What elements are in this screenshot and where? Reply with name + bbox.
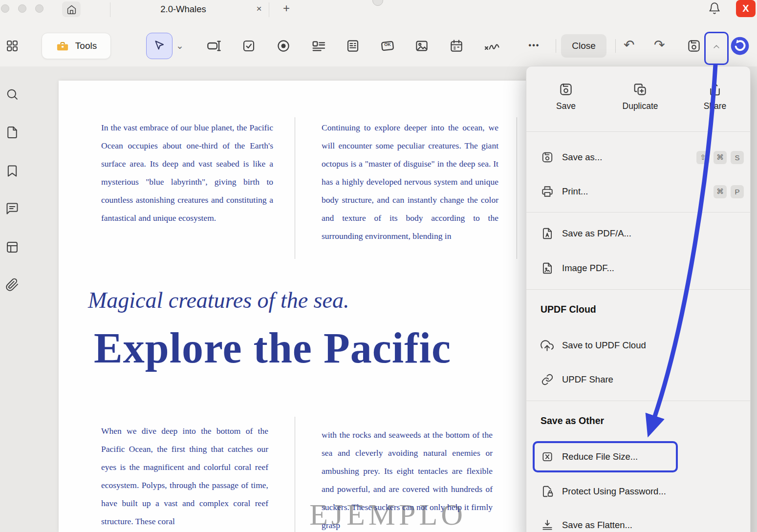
bookmark-icon bbox=[5, 164, 19, 178]
pdfa-file-icon bbox=[541, 227, 554, 240]
select-tool-chevron-icon[interactable]: ⌄ bbox=[176, 40, 184, 51]
comment-bubble-icon bbox=[5, 202, 19, 215]
menu-save-button[interactable]: Save bbox=[536, 82, 596, 111]
image-tool[interactable] bbox=[414, 38, 430, 54]
menu-item-print[interactable]: Print... ⌘ P bbox=[541, 180, 744, 203]
menu-item-label: Image PDF... bbox=[562, 263, 614, 274]
image-pdf-icon bbox=[541, 262, 554, 275]
tab-separator bbox=[110, 2, 110, 17]
key-p: P bbox=[731, 185, 744, 198]
sidebar-item-apps[interactable] bbox=[5, 39, 20, 53]
home-icon bbox=[66, 4, 77, 15]
tab-close-icon[interactable]: × bbox=[253, 3, 265, 15]
menu-duplicate-button[interactable]: Duplicate bbox=[610, 82, 670, 111]
column-divider bbox=[517, 117, 517, 259]
more-tools-button[interactable]: ••• bbox=[523, 41, 545, 50]
password-lock-icon bbox=[541, 485, 554, 498]
menu-item-label: UPDF Share bbox=[562, 374, 613, 385]
user-avatar[interactable]: X bbox=[736, 0, 756, 17]
sidebar-item-bookmarks[interactable] bbox=[5, 164, 20, 178]
close-editing-button[interactable]: Close bbox=[561, 34, 606, 58]
camera-dot bbox=[372, 0, 383, 6]
stamp-tool[interactable]: OK bbox=[380, 38, 395, 54]
date-tool[interactable] bbox=[449, 38, 464, 54]
app-window: In the vast embrace of our blue planet, … bbox=[0, 0, 757, 532]
doc-paragraph-1: In the vast embrace of our blue planet, … bbox=[101, 119, 273, 227]
save-button-toolbar[interactable] bbox=[687, 39, 701, 53]
edit-text-tool[interactable] bbox=[206, 38, 222, 54]
menu-divider bbox=[526, 289, 751, 290]
menu-item-save-as[interactable]: Save as... ⇧ ⌘ S bbox=[541, 146, 744, 169]
radio-button-icon bbox=[276, 39, 291, 53]
save-icon bbox=[687, 39, 701, 53]
updf-logo[interactable] bbox=[730, 36, 750, 58]
toolbar-separator bbox=[615, 39, 616, 53]
menu-item-label: Save as PDF/A... bbox=[562, 228, 631, 239]
radio-tool[interactable] bbox=[276, 38, 291, 54]
menu-duplicate-label: Duplicate bbox=[610, 101, 670, 111]
select-tool-button[interactable] bbox=[146, 33, 173, 59]
toolbar-separator bbox=[556, 39, 556, 53]
sidebar-item-pages[interactable] bbox=[5, 125, 20, 140]
menu-item-save-to-updf-cloud[interactable]: Save to UPDF Cloud bbox=[541, 334, 744, 357]
menu-divider bbox=[526, 131, 751, 132]
traffic-light-zoom[interactable] bbox=[35, 4, 43, 13]
chevron-up-icon bbox=[712, 42, 721, 52]
cloud-upload-icon bbox=[541, 339, 554, 352]
sidebar-item-thumbnails[interactable] bbox=[5, 240, 20, 255]
cursor-icon bbox=[153, 40, 166, 52]
signature-tool[interactable] bbox=[483, 38, 502, 54]
traffic-light-minimize[interactable] bbox=[18, 4, 26, 13]
search-icon bbox=[5, 87, 19, 101]
tab-separator bbox=[269, 2, 269, 17]
save-as-icon bbox=[541, 151, 554, 164]
bell-icon bbox=[708, 2, 721, 15]
menu-item-updf-share[interactable]: UPDF Share bbox=[541, 368, 744, 391]
menu-item-save-as-pdfa[interactable]: Save as PDF/A... bbox=[541, 222, 744, 245]
title-and-toolbar: 2.0-Whales × + X Tools ⌄ bbox=[0, 0, 757, 66]
printer-icon bbox=[541, 185, 554, 198]
doc-paragraph-4: with the rocks and seaweeds at the botto… bbox=[322, 426, 493, 532]
save-options-expand-button[interactable] bbox=[708, 36, 725, 58]
new-tab-button[interactable]: + bbox=[280, 1, 293, 15]
sidebar-item-search[interactable] bbox=[5, 87, 20, 102]
checkbox-icon bbox=[241, 39, 256, 53]
doc-subheadline: Magical creatures of the sea. bbox=[88, 287, 349, 313]
tools-button[interactable]: Tools bbox=[42, 33, 111, 59]
menu-item-protect-password[interactable]: Protect Using Password... bbox=[541, 480, 744, 503]
shortcut-keys: ⇧ ⌘ S bbox=[696, 151, 744, 164]
toolbox-icon bbox=[56, 39, 69, 53]
reader-layout-icon bbox=[346, 39, 360, 53]
sidebar-item-comments[interactable] bbox=[5, 201, 20, 216]
share-icon bbox=[708, 82, 722, 97]
menu-share-label: Share bbox=[685, 101, 745, 111]
menu-section-updf-cloud: UPDF Cloud bbox=[541, 304, 596, 315]
link-icon bbox=[541, 373, 554, 386]
flatten-icon bbox=[541, 519, 554, 532]
comment-tool[interactable] bbox=[311, 38, 326, 54]
apps-grid-icon bbox=[5, 39, 19, 53]
save-icon bbox=[559, 82, 573, 97]
menu-item-reduce-file-size[interactable]: Reduce File Size... bbox=[541, 445, 744, 468]
menu-item-save-as-flatten[interactable]: Save as Flatten... bbox=[541, 513, 744, 532]
home-button[interactable] bbox=[62, 1, 81, 17]
reading-mode-tool[interactable] bbox=[345, 38, 361, 54]
sidebar-item-attachments[interactable] bbox=[5, 277, 20, 292]
menu-item-label: Save as... bbox=[562, 152, 602, 163]
calendar-icon bbox=[449, 39, 464, 53]
key-s: S bbox=[731, 151, 744, 164]
document-tab[interactable]: 2.0-Whales bbox=[122, 4, 244, 15]
tools-label: Tools bbox=[75, 41, 97, 51]
menu-share-button[interactable]: Share bbox=[685, 82, 745, 111]
undo-button[interactable]: ↶ bbox=[624, 37, 635, 53]
key-cmd: ⌘ bbox=[714, 151, 727, 164]
notifications-button[interactable] bbox=[708, 2, 721, 15]
menu-item-image-pdf[interactable]: Image PDF... bbox=[541, 256, 744, 280]
thumbnail-layout-icon bbox=[5, 240, 19, 254]
redo-button[interactable]: ↷ bbox=[654, 37, 665, 53]
checkbox-tool[interactable] bbox=[241, 38, 257, 54]
traffic-light-close[interactable] bbox=[1, 4, 9, 13]
doc-paragraph-3: When we dive deep into the bottom of the… bbox=[101, 422, 268, 531]
menu-item-label: Protect Using Password... bbox=[562, 486, 666, 497]
image-icon bbox=[414, 39, 429, 53]
